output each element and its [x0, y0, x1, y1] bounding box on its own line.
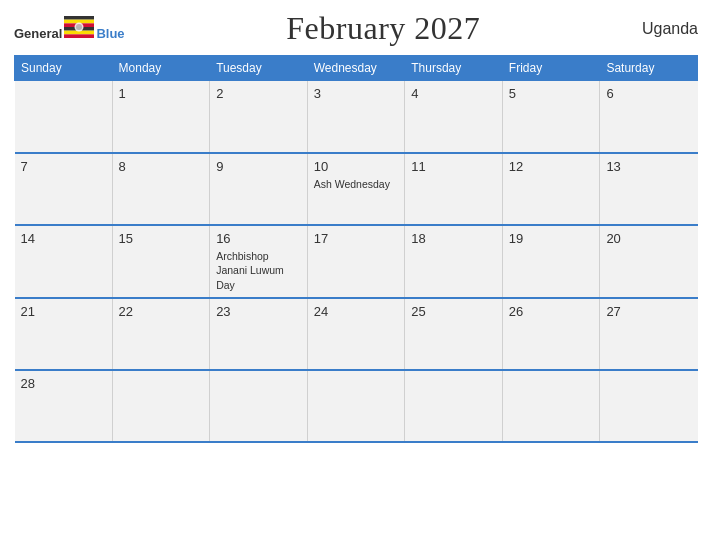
day-cell: 20: [600, 225, 698, 299]
day-cell: 19: [502, 225, 600, 299]
logo-blue-text: Blue: [96, 27, 124, 41]
calendar-header: Sunday Monday Tuesday Wednesday Thursday…: [15, 56, 698, 81]
header-sunday: Sunday: [15, 56, 113, 81]
header-thursday: Thursday: [405, 56, 503, 81]
day-cell: 6: [600, 81, 698, 153]
logo-text: General Blue: [14, 16, 125, 41]
table-row: 14 15 16 Archbishop Janani Luwum Day 17 …: [15, 225, 698, 299]
header-tuesday: Tuesday: [210, 56, 308, 81]
day-cell: [15, 81, 113, 153]
day-cell: 1: [112, 81, 210, 153]
header-wednesday: Wednesday: [307, 56, 405, 81]
day-cell: 7: [15, 153, 113, 225]
calendar-wrapper: General Blue: [0, 0, 712, 550]
logo-general-text: General: [14, 27, 62, 41]
day-cell: 27: [600, 298, 698, 370]
day-cell: 16 Archbishop Janani Luwum Day: [210, 225, 308, 299]
day-cell: 26: [502, 298, 600, 370]
logo: General Blue: [14, 16, 125, 41]
day-cell: 23: [210, 298, 308, 370]
day-cell: [405, 370, 503, 442]
day-cell: 21: [15, 298, 113, 370]
day-cell: 11: [405, 153, 503, 225]
day-cell: 15: [112, 225, 210, 299]
day-cell: 3: [307, 81, 405, 153]
day-cell: 18: [405, 225, 503, 299]
svg-rect-0: [64, 16, 94, 20]
day-cell: 2: [210, 81, 308, 153]
table-row: 7 8 9 10 Ash Wednesday 11 12 13: [15, 153, 698, 225]
calendar-table: Sunday Monday Tuesday Wednesday Thursday…: [14, 55, 698, 443]
day-cell: 5: [502, 81, 600, 153]
day-cell: [502, 370, 600, 442]
table-row: 1 2 3 4 5 6: [15, 81, 698, 153]
header: General Blue: [14, 10, 698, 47]
calendar-body: 1 2 3 4 5 6 7 8 9 10 Ash Wednesday 11 12…: [15, 81, 698, 443]
day-cell: 8: [112, 153, 210, 225]
day-cell: 28: [15, 370, 113, 442]
days-row: Sunday Monday Tuesday Wednesday Thursday…: [15, 56, 698, 81]
svg-rect-5: [64, 34, 94, 38]
header-saturday: Saturday: [600, 56, 698, 81]
ash-wednesday-event: Ash Wednesday: [314, 178, 390, 190]
country-label: Uganda: [642, 20, 698, 38]
day-cell: 4: [405, 81, 503, 153]
day-cell: [112, 370, 210, 442]
svg-point-7: [76, 24, 82, 30]
day-cell: 14: [15, 225, 113, 299]
table-row: 28: [15, 370, 698, 442]
calendar-title: February 2027: [286, 10, 480, 47]
archbishop-event: Archbishop Janani Luwum Day: [216, 250, 284, 291]
day-cell: 22: [112, 298, 210, 370]
header-friday: Friday: [502, 56, 600, 81]
table-row: 21 22 23 24 25 26 27: [15, 298, 698, 370]
header-monday: Monday: [112, 56, 210, 81]
day-cell: [307, 370, 405, 442]
day-cell: 9: [210, 153, 308, 225]
day-cell: 10 Ash Wednesday: [307, 153, 405, 225]
day-cell: 25: [405, 298, 503, 370]
day-cell: [600, 370, 698, 442]
day-cell: 24: [307, 298, 405, 370]
day-cell: 13: [600, 153, 698, 225]
day-cell: 17: [307, 225, 405, 299]
day-cell: [210, 370, 308, 442]
logo-flag-icon: [64, 16, 94, 38]
day-cell: 12: [502, 153, 600, 225]
